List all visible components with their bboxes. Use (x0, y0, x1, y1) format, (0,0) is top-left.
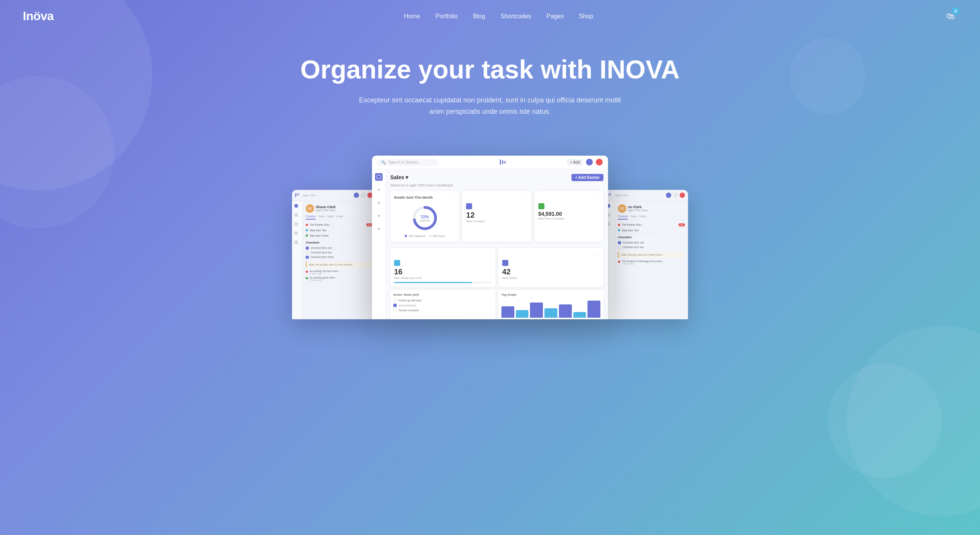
sp-check-text-2: Checklist item two (310, 251, 332, 254)
widget-new-deals-dots[interactable]: ··· (595, 252, 600, 257)
widget-new-deals-title (502, 252, 503, 256)
sp-body-right: SC un Clark Agile CRM Sales Timeline Tas… (604, 201, 688, 319)
sp-item-text-3: Task Item Three (310, 234, 373, 237)
task-checkbox-1 (393, 299, 397, 302)
nav-item-shortcodes[interactable]: Shortcodes (500, 13, 531, 20)
dash-add-btn[interactable]: + Add (567, 159, 583, 166)
nav-item-shop[interactable]: Shop (579, 13, 593, 20)
widget-contacts-title (466, 196, 467, 199)
sidebar-icon-deals[interactable] (375, 199, 383, 207)
sp-name: Shaun Clark (316, 205, 336, 209)
won-num-icon (538, 203, 544, 209)
task-item-3: Review contracts (393, 309, 492, 312)
sp-item-text-1: The Exacte Solu... (310, 223, 365, 226)
sp-right-act-content-1: The Exacte of Strategy Document... 2 hou… (622, 260, 664, 265)
widget-deals-out-dots[interactable]: ··· (487, 252, 492, 257)
donut-opened-text: 781 Opened (409, 234, 425, 238)
bar-6 (573, 312, 586, 318)
tag-graph-title: Tag Graph (501, 293, 600, 296)
sp-topbar-right: Agile CRM (604, 190, 688, 201)
widget-emails-donut: 72% Opened 781 Opened (394, 203, 455, 238)
dash-bottom-labels: Active Tasks (3/4) Follow up with lead S… (390, 290, 603, 319)
dash-search[interactable]: 🔍 Type in to Search... (377, 159, 438, 166)
sp-role: Agile CRM Sales (316, 209, 336, 212)
sp-right-check-1: Checklist item one (618, 240, 685, 245)
dash-notifications[interactable] (596, 159, 603, 166)
nav-link-home[interactable]: Home (404, 13, 420, 19)
sp-right-item-text-1: The Exacte Solu... (622, 223, 677, 226)
bar-5 (559, 304, 572, 318)
sp-act-time-1: 2 hours ago (310, 272, 340, 275)
sp-right-checkbox-1 (618, 241, 621, 244)
sp-profile-row: SC Shaun Clark Agile CRM Sales (306, 204, 373, 213)
widget-emails-dots[interactable]: ··· (450, 195, 455, 200)
nav-link-portfolio[interactable]: Portfolio (436, 13, 458, 19)
widget-won-dots[interactable]: ··· (595, 195, 600, 200)
nav-link-blog[interactable]: Blog (473, 13, 485, 19)
sidebar-icon-contacts[interactable] (375, 186, 383, 194)
nav-item-portfolio[interactable]: Portfolio (436, 13, 458, 20)
sp-right-act-text-1: The Exacte of Strategy Document... (622, 260, 664, 263)
nav-link-pages[interactable]: Pages (546, 13, 563, 19)
sp-right-check-2: Checklist item two (618, 245, 685, 250)
sidebar-icon-tasks[interactable] (375, 212, 383, 220)
hero-section: Inöva Home Portfolio Blog Shortcodes Pag… (0, 0, 980, 535)
sp-tab-timeline[interactable]: Timeline (306, 215, 316, 220)
sp-nav-dot-4 (294, 231, 298, 235)
sp-logo-left (295, 193, 299, 197)
sp-nav-4 (292, 229, 302, 238)
dashboard-mockup: Agile CRM SC (0, 156, 980, 319)
sp-tab-email[interactable]: Email (336, 215, 343, 220)
contacts-big-num: 12 (466, 211, 527, 220)
nav-link-shop[interactable]: Shop (579, 13, 593, 19)
dash-logo-bar-3 (504, 161, 506, 164)
hero-content: Organize your task with INOVA Excepteur … (0, 32, 980, 156)
sp-item-text-2: Task Item Two (310, 229, 373, 232)
donut-sent-text: 902 Sent (433, 234, 445, 238)
sp-nav-2 (292, 210, 302, 220)
cart-button[interactable]: 🛍 0 (943, 10, 957, 23)
sidebar-icon-home[interactable] (375, 173, 383, 181)
active-tasks-title: Active Tasks (3/4) (393, 293, 492, 296)
sp-right-tab-tasks[interactable]: Tasks (630, 215, 637, 220)
sp-right-act-time-1: 2 hours ago (622, 263, 664, 265)
dash-sidebar (372, 169, 386, 319)
task-item-1: Follow up with lead (393, 299, 492, 302)
nav-item-pages[interactable]: Pages (546, 13, 563, 20)
sp-check-text-3: Checklist item three (310, 256, 334, 258)
sp-right-list-item-1: The Exacte Solu... Hot (618, 222, 685, 228)
dash-user-avatar[interactable] (586, 159, 593, 166)
sp-list-item-3: Task Item Three (306, 233, 373, 239)
brand-logo[interactable]: Inöva (23, 9, 54, 23)
deals-progress-fill (394, 282, 472, 283)
sp-tab-tasks[interactable]: Tasks (318, 215, 325, 220)
sp-tab-notes[interactable]: Notes (327, 215, 334, 220)
sp-right-tab-timeline[interactable]: Timeline (618, 215, 628, 220)
sp-right-item-badge-1: Hot (678, 223, 685, 226)
sp-checkbox-1 (306, 247, 309, 250)
add-dash-button[interactable]: + Add Dasher (571, 174, 603, 181)
sp-nav-dot-3 (294, 222, 298, 226)
contacts-num-label: New Contacts (466, 220, 527, 223)
nav-item-blog[interactable]: Blog (473, 13, 485, 20)
nav-link-shortcodes[interactable]: Shortcodes (500, 13, 531, 19)
sp-topbar-left: Agile CRM (292, 190, 376, 201)
task-text-1: Follow up with lead (399, 299, 421, 302)
widget-active-tasks: Active Tasks (3/4) Follow up with lead S… (390, 290, 495, 319)
sp-act-time-2: 3 hours ago (310, 279, 337, 281)
widget-tag-graph: Tag Graph (498, 290, 603, 319)
deals-out-big-num: 16 (394, 268, 492, 276)
sp-right-role: Agile CRM Sales (628, 209, 648, 212)
sp-right-topbar-actions (666, 193, 685, 198)
widget-deals-out-header: ··· (394, 252, 492, 257)
nav-item-home[interactable]: Home (404, 13, 420, 20)
donut-percentage: 72% (420, 214, 429, 219)
donut-stat-sent: 902 Sent (429, 234, 445, 238)
task-item-2: Send proposal (393, 304, 492, 307)
widget-contacts-dots[interactable]: ··· (523, 195, 528, 200)
deals-icon (378, 202, 380, 204)
sp-right-tab-notes[interactable]: Notes (639, 215, 646, 220)
sidebar-icon-reports[interactable] (375, 225, 383, 232)
sp-logo-bar-1 (295, 193, 296, 197)
sp-list-item-1: The Exacte Solu... Hot (306, 222, 373, 228)
